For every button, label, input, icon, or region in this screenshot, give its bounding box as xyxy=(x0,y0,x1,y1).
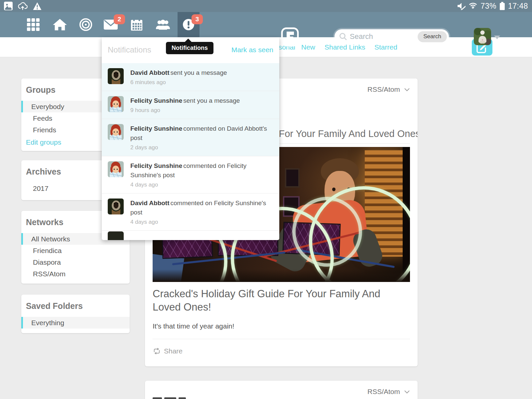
notification-item[interactable]: David Abbottsent you a message 6 minutes… xyxy=(102,63,279,91)
nav-apps-button[interactable] xyxy=(22,12,44,37)
nav-messages-button[interactable]: 2 xyxy=(100,12,122,37)
nav-network-button[interactable] xyxy=(75,12,97,37)
image-boy-eye xyxy=(332,188,335,191)
notifications-badge: 3 xyxy=(192,14,203,24)
link-preview-description: It's that time of year again! xyxy=(153,322,410,330)
battery-percent: 73% xyxy=(480,2,496,11)
avatar-red-haired-girl xyxy=(108,96,124,112)
nav-bar: 2 3 Search xyxy=(0,12,532,37)
tab-new[interactable]: New xyxy=(301,37,315,57)
notification-item[interactable]: David Abbottcommented on Felicity Sunshi… xyxy=(102,193,279,230)
nav-home-button[interactable] xyxy=(49,12,71,37)
notification-item[interactable]: Felicity Sunshinecommented on David Abbo… xyxy=(102,119,279,156)
avatar-monkey xyxy=(108,68,124,84)
chevron-down-icon xyxy=(404,390,410,394)
messages-badge: 2 xyxy=(114,14,125,24)
notification-time: 9 hours ago xyxy=(130,106,273,114)
friendica-logo[interactable] xyxy=(281,27,299,47)
partial-text-sliver xyxy=(153,397,186,399)
link-preview-title[interactable]: Cracked's Holiday Gift Guide For Your Fa… xyxy=(153,287,410,314)
chevron-down-icon xyxy=(404,88,410,91)
avatar-monkey xyxy=(108,199,124,214)
user-avatar[interactable] xyxy=(474,28,491,45)
status-right-icons: 73% 17:48 xyxy=(457,2,528,11)
divider xyxy=(153,339,410,339)
image-picture-frame xyxy=(285,168,300,188)
notification-text: David Abbottsent you a message xyxy=(130,68,273,77)
clock: 17:48 xyxy=(508,2,528,11)
search-input[interactable] xyxy=(350,32,418,41)
network-rss-atom[interactable]: RSS/Atom xyxy=(21,268,130,280)
post-network-dropdown[interactable]: RSS/Atom xyxy=(153,387,410,397)
post-network-label: RSS/Atom xyxy=(367,388,400,396)
apps-grid-icon xyxy=(27,18,40,31)
post-card: RSS/Atom xyxy=(145,381,418,399)
notification-item-clipped[interactable] xyxy=(102,230,279,235)
post-network-label: RSS/Atom xyxy=(367,85,400,93)
battery-icon xyxy=(499,2,505,10)
cloud-upload-icon xyxy=(17,2,28,10)
share-button[interactable]: Share xyxy=(153,347,410,355)
folder-everything[interactable]: Everything xyxy=(21,317,130,329)
share-icon xyxy=(153,348,161,354)
bullseye-icon xyxy=(79,18,93,32)
search-button[interactable]: Search xyxy=(418,31,447,42)
nav-events-button[interactable] xyxy=(126,12,148,37)
contacts-icon xyxy=(155,18,171,31)
saved-folders-title: Saved Folders xyxy=(21,295,130,317)
notification-text: David Abbottcommented on Felicity Sunshi… xyxy=(130,199,273,217)
nav-notifications-button[interactable]: 3 xyxy=(178,12,200,37)
image-icon xyxy=(4,2,13,10)
network-friendica[interactable]: Friendica xyxy=(21,245,130,256)
notification-time: 4 days ago xyxy=(130,181,273,189)
search-icon xyxy=(339,33,347,41)
nav-contacts-button[interactable] xyxy=(152,12,174,37)
wifi-icon xyxy=(468,2,477,10)
notification-item[interactable]: Felicity Sunshinecommented on Felicity S… xyxy=(102,156,279,193)
user-menu-caret-icon[interactable] xyxy=(494,36,500,39)
notifications-dropdown: Notifications Mark as seen David Abbotts… xyxy=(102,37,279,240)
status-left-icons xyxy=(4,2,42,10)
notification-time: 2 days ago xyxy=(130,144,273,152)
avatar-red-haired-girl xyxy=(108,161,124,177)
notification-time: 4 days ago xyxy=(130,218,273,226)
mark-as-seen-link[interactable]: Mark as seen xyxy=(231,46,273,54)
share-label: Share xyxy=(164,347,183,355)
search-box: Search xyxy=(334,29,449,44)
warning-icon xyxy=(33,2,42,10)
status-bar: 73% 17:48 xyxy=(0,0,532,12)
notification-text: Felicity Sunshinesent you a message xyxy=(130,96,273,105)
notifications-title: Notifications xyxy=(108,45,151,55)
mute-icon xyxy=(457,2,466,10)
notification-item[interactable]: Felicity Sunshinesent you a message 9 ho… xyxy=(102,91,279,119)
home-icon xyxy=(53,18,67,31)
avatar-clipped xyxy=(108,231,124,240)
calendar-icon xyxy=(130,18,143,32)
network-diaspora[interactable]: Diaspora xyxy=(21,256,130,268)
notification-text: Felicity Sunshinecommented on David Abbo… xyxy=(130,124,273,143)
avatar-red-haired-girl xyxy=(108,124,124,140)
notification-text: Felicity Sunshinecommented on Felicity S… xyxy=(130,161,273,180)
notifications-tooltip: Notifications xyxy=(166,42,213,54)
notification-time: 6 minutes ago xyxy=(130,78,273,86)
image-floor-shadow xyxy=(153,269,410,282)
saved-folders-panel: Saved Folders Everything xyxy=(21,295,130,333)
